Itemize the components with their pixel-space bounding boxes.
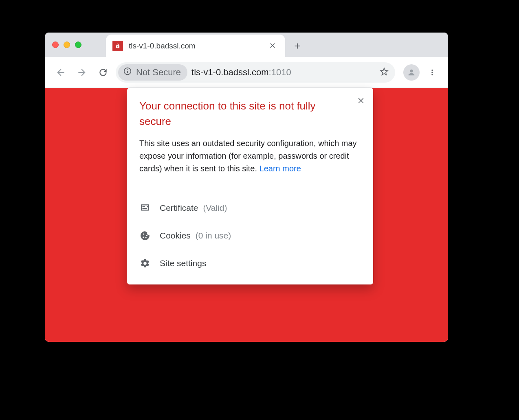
lock-insecure-icon	[112, 41, 123, 51]
forward-button[interactable]	[73, 64, 90, 81]
cookies-item[interactable]: Cookies (0 in use)	[127, 222, 373, 249]
bookmark-button[interactable]	[379, 66, 389, 79]
learn-more-link[interactable]: Learn more	[260, 164, 301, 173]
site-info-popover: Your connection to this site is not full…	[127, 88, 373, 284]
reload-button[interactable]	[95, 64, 112, 81]
site-settings-item[interactable]: Site settings	[127, 249, 373, 277]
toolbar: Not Secure tls-v1-0.badssl.com:1010	[45, 57, 448, 88]
cookies-label: Cookies	[160, 231, 191, 240]
browser-window: tls-v1-0.badssl.com Not Secure	[45, 33, 448, 342]
popover-description: This site uses an outdated security conf…	[139, 137, 361, 175]
certificate-label: Certificate	[160, 203, 198, 212]
tab-strip: tls-v1-0.badssl.com	[45, 33, 448, 57]
tab-title: tls-v1-0.badssl.com	[129, 42, 261, 50]
site-settings-label: Site settings	[160, 258, 206, 268]
omnibox-url: tls-v1-0.badssl.com:1010	[191, 67, 291, 78]
security-chip[interactable]: Not Secure	[118, 64, 187, 81]
omnibox-url-host: tls-v1-0.badssl.com	[191, 67, 269, 77]
window-controls	[52, 42, 81, 48]
cookies-status: (0 in use)	[196, 231, 231, 240]
security-chip-label: Not Secure	[136, 67, 181, 78]
app-menu-button[interactable]	[424, 64, 441, 81]
browser-tab[interactable]: tls-v1-0.badssl.com	[106, 35, 285, 57]
popover-title: Your connection to this site is not full…	[139, 98, 327, 129]
maximize-window-button[interactable]	[75, 42, 81, 48]
certificate-status: (Valid)	[203, 203, 227, 212]
back-button[interactable]	[52, 64, 69, 81]
omnibox[interactable]: Not Secure tls-v1-0.badssl.com:1010	[116, 62, 395, 83]
close-window-button[interactable]	[52, 42, 59, 48]
cookie-icon	[139, 230, 151, 241]
tab-close-button[interactable]	[266, 41, 279, 51]
popover-close-button[interactable]	[355, 94, 367, 106]
omnibox-url-port: :1010	[269, 67, 291, 77]
gear-icon	[139, 258, 151, 269]
certificate-icon	[139, 202, 151, 214]
popover-description-text: This site uses an outdated security conf…	[139, 139, 357, 173]
new-tab-button[interactable]	[285, 35, 310, 57]
info-icon	[123, 67, 132, 78]
profile-button[interactable]	[403, 64, 420, 81]
minimize-window-button[interactable]	[64, 42, 70, 48]
certificate-item[interactable]: Certificate (Valid)	[127, 194, 373, 222]
